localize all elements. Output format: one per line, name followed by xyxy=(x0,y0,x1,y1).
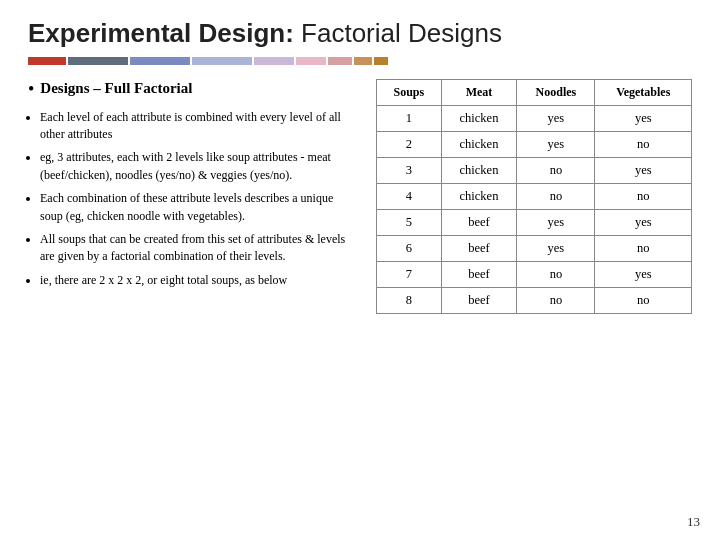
color-bar-segment-8 xyxy=(354,57,372,65)
table-row: 1chickenyesyes xyxy=(377,106,692,132)
table-cell-r0-c2: yes xyxy=(517,106,595,132)
table-cell-r2-c3: yes xyxy=(595,158,692,184)
table-row: 2chickenyesno xyxy=(377,132,692,158)
table-row: 7beefnoyes xyxy=(377,262,692,288)
title-normal: Factorial Designs xyxy=(294,18,502,48)
table-cell-r7-c3: no xyxy=(595,288,692,314)
factorial-table: Soups Meat Noodles Vegetables 1chickenye… xyxy=(376,79,692,314)
table-cell-r2-c1: chicken xyxy=(441,158,517,184)
table-cell-r0-c3: yes xyxy=(595,106,692,132)
color-bar xyxy=(28,57,692,65)
table-cell-r3-c1: chicken xyxy=(441,184,517,210)
table-cell-r7-c1: beef xyxy=(441,288,517,314)
table-row: 4chickennono xyxy=(377,184,692,210)
table-cell-r0-c1: chicken xyxy=(441,106,517,132)
table-row: 6beefyesno xyxy=(377,236,692,262)
table-cell-r1-c3: no xyxy=(595,132,692,158)
table-cell-r1-c1: chicken xyxy=(441,132,517,158)
main-bullet-dot: • xyxy=(28,79,34,101)
table-cell-r7-c0: 8 xyxy=(377,288,442,314)
table-cell-r3-c2: no xyxy=(517,184,595,210)
table-row: 8beefnono xyxy=(377,288,692,314)
table-cell-r5-c1: beef xyxy=(441,236,517,262)
color-bar-segment-5 xyxy=(254,57,294,65)
col-header-vegetables: Vegetables xyxy=(595,80,692,106)
table-row: 3chickennoyes xyxy=(377,158,692,184)
sub-bullet-2: eg, 3 attributes, each with 2 levels lik… xyxy=(40,149,358,184)
col-header-noodles: Noodles xyxy=(517,80,595,106)
table-cell-r3-c0: 4 xyxy=(377,184,442,210)
sub-bullets-list: Each level of each attribute is combined… xyxy=(28,109,358,290)
title-bold: Experimental Design: xyxy=(28,18,294,48)
page-number: 13 xyxy=(687,514,700,530)
table-cell-r1-c2: yes xyxy=(517,132,595,158)
content-area: • Designs – Full Factorial Each level of… xyxy=(28,79,692,314)
table-cell-r2-c0: 3 xyxy=(377,158,442,184)
table-cell-r6-c0: 7 xyxy=(377,262,442,288)
color-bar-segment-2 xyxy=(68,57,128,65)
sub-bullet-1: Each level of each attribute is combined… xyxy=(40,109,358,144)
table-cell-r4-c2: yes xyxy=(517,210,595,236)
table-cell-r1-c0: 2 xyxy=(377,132,442,158)
sub-bullet-3: Each combination of these attribute leve… xyxy=(40,190,358,225)
table-row: 5beefyesyes xyxy=(377,210,692,236)
right-column: Soups Meat Noodles Vegetables 1chickenye… xyxy=(376,79,692,314)
main-bullet-wrapper: • Designs – Full Factorial xyxy=(28,79,358,101)
sub-bullet-5: ie, there are 2 x 2 x 2, or eight total … xyxy=(40,272,358,289)
table-cell-r4-c3: yes xyxy=(595,210,692,236)
color-bar-segment-9 xyxy=(374,57,388,65)
table-cell-r6-c3: yes xyxy=(595,262,692,288)
color-bar-segment-6 xyxy=(296,57,326,65)
table-cell-r3-c3: no xyxy=(595,184,692,210)
table-cell-r2-c2: no xyxy=(517,158,595,184)
color-bar-segment-1 xyxy=(28,57,66,65)
color-bar-segment-3 xyxy=(130,57,190,65)
slide: Experimental Design: Factorial Designs •… xyxy=(0,0,720,540)
col-header-meat: Meat xyxy=(441,80,517,106)
table-header-row: Soups Meat Noodles Vegetables xyxy=(377,80,692,106)
sub-bullet-4: All soups that can be created from this … xyxy=(40,231,358,266)
color-bar-segment-4 xyxy=(192,57,252,65)
table-cell-r5-c0: 6 xyxy=(377,236,442,262)
color-bar-segment-7 xyxy=(328,57,352,65)
table-cell-r5-c3: no xyxy=(595,236,692,262)
table-cell-r5-c2: yes xyxy=(517,236,595,262)
table-cell-r4-c1: beef xyxy=(441,210,517,236)
table-cell-r6-c1: beef xyxy=(441,262,517,288)
table-cell-r6-c2: no xyxy=(517,262,595,288)
left-column: • Designs – Full Factorial Each level of… xyxy=(28,79,358,314)
table-cell-r0-c0: 1 xyxy=(377,106,442,132)
table-cell-r7-c2: no xyxy=(517,288,595,314)
slide-title: Experimental Design: Factorial Designs xyxy=(28,18,692,49)
table-cell-r4-c0: 5 xyxy=(377,210,442,236)
main-bullet-text: Designs – Full Factorial xyxy=(40,79,192,99)
col-header-soups: Soups xyxy=(377,80,442,106)
